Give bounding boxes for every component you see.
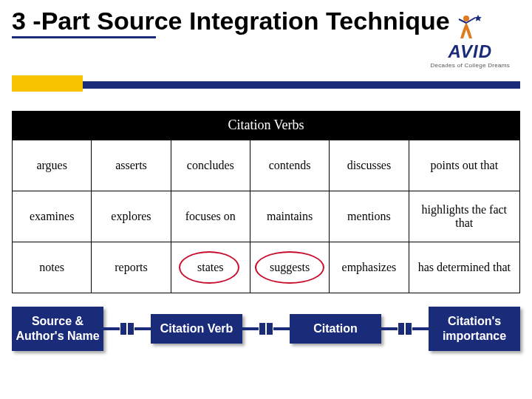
flow-box-source-author: Source & Author's Name bbox=[12, 307, 103, 351]
table-cell: notes bbox=[13, 242, 92, 293]
table-cell: mentions bbox=[330, 191, 409, 242]
connector-icon bbox=[242, 323, 290, 335]
connector-icon bbox=[381, 323, 429, 335]
table-cell: suggests bbox=[250, 242, 329, 293]
table-cell: explores bbox=[92, 191, 171, 242]
table-cell: argues bbox=[13, 140, 92, 191]
accent-yellow-bar bbox=[12, 75, 83, 92]
table-cell: maintains bbox=[250, 191, 329, 242]
table-cell: contends bbox=[250, 140, 329, 191]
table-cell: has determined that bbox=[409, 242, 519, 293]
table-cell: highlights the fact that bbox=[409, 191, 519, 242]
table-cell: focuses on bbox=[171, 191, 250, 242]
title-underline bbox=[12, 36, 156, 38]
citation-verbs-table: argues asserts concludes contends discus… bbox=[12, 140, 520, 293]
table-header: Citation Verbs bbox=[12, 111, 520, 140]
person-star-icon bbox=[453, 13, 487, 41]
connector-icon bbox=[103, 323, 151, 335]
avid-logo: AVID Decades of College Dreams bbox=[430, 13, 510, 69]
table-cell: examines bbox=[13, 191, 92, 242]
table-cell: emphasizes bbox=[330, 242, 409, 293]
flow-box-citation-importance: Citation's importance bbox=[429, 307, 520, 351]
table-cell: states bbox=[171, 242, 250, 293]
table-cell: discusses bbox=[330, 140, 409, 191]
logo-brand-text: AVID bbox=[430, 41, 510, 62]
table-cell: reports bbox=[92, 242, 171, 293]
flow-diagram: Source & Author's Name Citation Verb Cit… bbox=[12, 307, 520, 351]
table-cell: concludes bbox=[171, 140, 250, 191]
flow-box-citation-verb: Citation Verb bbox=[151, 314, 242, 344]
table-cell: points out that bbox=[409, 140, 519, 191]
logo-tagline: Decades of College Dreams bbox=[430, 62, 510, 69]
accent-blue-bar bbox=[41, 81, 520, 89]
table-cell: asserts bbox=[92, 140, 171, 191]
svg-point-0 bbox=[463, 16, 469, 21]
page-title: 3 -Part Source Integration Technique bbox=[12, 7, 450, 35]
flow-box-citation: Citation bbox=[290, 314, 381, 344]
